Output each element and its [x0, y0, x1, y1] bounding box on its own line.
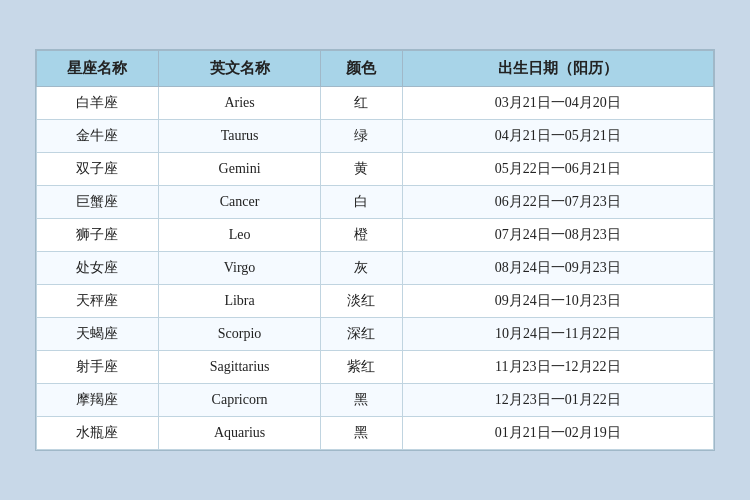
cell-chinese: 天秤座	[37, 285, 159, 318]
zodiac-table-container: 星座名称 英文名称 颜色 出生日期（阳历） 白羊座Aries红03月21日一04…	[35, 49, 715, 451]
cell-english: Taurus	[158, 120, 320, 153]
cell-chinese: 金牛座	[37, 120, 159, 153]
cell-english: Virgo	[158, 252, 320, 285]
header-date: 出生日期（阳历）	[402, 51, 713, 87]
cell-date: 01月21日一02月19日	[402, 417, 713, 450]
cell-chinese: 射手座	[37, 351, 159, 384]
cell-color: 紫红	[321, 351, 402, 384]
table-row: 摩羯座Capricorn黑12月23日一01月22日	[37, 384, 714, 417]
cell-english: Libra	[158, 285, 320, 318]
table-row: 巨蟹座Cancer白06月22日一07月23日	[37, 186, 714, 219]
cell-date: 07月24日一08月23日	[402, 219, 713, 252]
cell-color: 深红	[321, 318, 402, 351]
table-row: 天蝎座Scorpio深红10月24日一11月22日	[37, 318, 714, 351]
cell-chinese: 摩羯座	[37, 384, 159, 417]
header-chinese: 星座名称	[37, 51, 159, 87]
cell-english: Aries	[158, 87, 320, 120]
table-row: 金牛座Taurus绿04月21日一05月21日	[37, 120, 714, 153]
cell-date: 10月24日一11月22日	[402, 318, 713, 351]
table-body: 白羊座Aries红03月21日一04月20日金牛座Taurus绿04月21日一0…	[37, 87, 714, 450]
cell-english: Cancer	[158, 186, 320, 219]
header-color: 颜色	[321, 51, 402, 87]
cell-english: Capricorn	[158, 384, 320, 417]
cell-english: Aquarius	[158, 417, 320, 450]
cell-chinese: 处女座	[37, 252, 159, 285]
cell-date: 12月23日一01月22日	[402, 384, 713, 417]
cell-english: Leo	[158, 219, 320, 252]
table-row: 白羊座Aries红03月21日一04月20日	[37, 87, 714, 120]
cell-date: 11月23日一12月22日	[402, 351, 713, 384]
table-row: 处女座Virgo灰08月24日一09月23日	[37, 252, 714, 285]
cell-color: 淡红	[321, 285, 402, 318]
header-english: 英文名称	[158, 51, 320, 87]
table-row: 射手座Sagittarius紫红11月23日一12月22日	[37, 351, 714, 384]
cell-color: 白	[321, 186, 402, 219]
cell-chinese: 巨蟹座	[37, 186, 159, 219]
cell-date: 06月22日一07月23日	[402, 186, 713, 219]
cell-chinese: 白羊座	[37, 87, 159, 120]
cell-date: 09月24日一10月23日	[402, 285, 713, 318]
cell-chinese: 狮子座	[37, 219, 159, 252]
cell-date: 08月24日一09月23日	[402, 252, 713, 285]
table-row: 水瓶座Aquarius黑01月21日一02月19日	[37, 417, 714, 450]
cell-english: Scorpio	[158, 318, 320, 351]
cell-color: 灰	[321, 252, 402, 285]
cell-chinese: 双子座	[37, 153, 159, 186]
cell-date: 03月21日一04月20日	[402, 87, 713, 120]
cell-chinese: 水瓶座	[37, 417, 159, 450]
cell-color: 绿	[321, 120, 402, 153]
cell-date: 05月22日一06月21日	[402, 153, 713, 186]
cell-date: 04月21日一05月21日	[402, 120, 713, 153]
table-row: 天秤座Libra淡红09月24日一10月23日	[37, 285, 714, 318]
cell-chinese: 天蝎座	[37, 318, 159, 351]
cell-color: 黑	[321, 384, 402, 417]
cell-color: 橙	[321, 219, 402, 252]
table-header-row: 星座名称 英文名称 颜色 出生日期（阳历）	[37, 51, 714, 87]
cell-english: Sagittarius	[158, 351, 320, 384]
table-row: 双子座Gemini黄05月22日一06月21日	[37, 153, 714, 186]
cell-color: 黑	[321, 417, 402, 450]
cell-color: 黄	[321, 153, 402, 186]
table-row: 狮子座Leo橙07月24日一08月23日	[37, 219, 714, 252]
cell-color: 红	[321, 87, 402, 120]
cell-english: Gemini	[158, 153, 320, 186]
zodiac-table: 星座名称 英文名称 颜色 出生日期（阳历） 白羊座Aries红03月21日一04…	[36, 50, 714, 450]
